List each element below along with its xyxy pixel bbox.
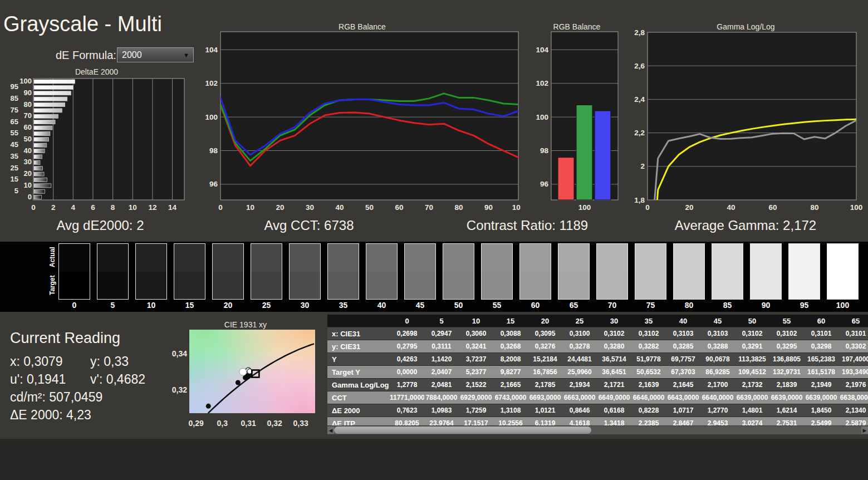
strip-actual-label: Actual — [48, 243, 57, 271]
swatch-30 — [289, 243, 321, 300]
swatch-actual — [290, 244, 320, 272]
table-cell: 6,1319 — [528, 417, 562, 426]
table-cell: 6640,0000 — [700, 391, 735, 404]
de-formula-dropdown[interactable]: 2000 ▼ — [117, 47, 194, 62]
svg-text:0,34: 0,34 — [172, 349, 187, 358]
table-cell: 197,4000 — [838, 353, 868, 366]
table-cell: 6929,0000 — [459, 391, 493, 404]
table-cell: 2,1949 — [804, 379, 838, 391]
reading-y: y: 0,33 — [90, 354, 129, 369]
table-row-label: ΔE 2000 — [327, 404, 390, 417]
swatch-25 — [251, 243, 282, 300]
reading-v-prime: v': 0,4682 — [90, 372, 145, 387]
table-cell: 0,4263 — [390, 353, 424, 366]
table-col-header: 25 — [562, 315, 597, 327]
table-cell: 2,1785 — [528, 379, 562, 391]
table-cell: 0,3101 — [838, 327, 868, 340]
table-cell: 1,2778 — [390, 379, 424, 391]
strip-target-label: Target — [48, 271, 57, 299]
swatch-target — [59, 272, 90, 300]
svg-text:96: 96 — [209, 180, 218, 188]
svg-text:0: 0 — [218, 203, 223, 212]
swatch-55 — [481, 243, 513, 300]
svg-text:30: 30 — [306, 203, 314, 212]
swatch-actual — [751, 244, 781, 272]
svg-text:1,8: 1,8 — [634, 196, 645, 204]
table-col-header: 35 — [631, 315, 666, 327]
swatch-level-label: 10 — [135, 301, 167, 310]
swatch-actual — [251, 244, 282, 272]
table-cell: 6639,0000 — [769, 391, 804, 404]
table-cell: 0,3102 — [735, 327, 769, 340]
table-cell: 1,6214 — [769, 404, 804, 417]
table-cell: 0,3288 — [700, 340, 735, 353]
table-cell: 5,2377 — [459, 366, 493, 379]
table-cell: 6743,0000 — [493, 391, 528, 404]
svg-text:100: 100 — [19, 77, 32, 85]
svg-text:95: 95 — [11, 82, 18, 91]
svg-text:15: 15 — [11, 175, 18, 183]
table-cell: 2,8467 — [666, 417, 700, 426]
table-cell: 0,3088 — [493, 327, 528, 340]
svg-text:75: 75 — [11, 106, 18, 114]
swatch-target — [827, 272, 858, 300]
swatch-80 — [673, 243, 705, 300]
svg-text:0,32: 0,32 — [172, 385, 187, 394]
table-cell: 0,3268 — [493, 340, 528, 353]
swatch-level-label: 35 — [327, 301, 359, 310]
swatch-0 — [58, 243, 90, 300]
table-cell: 67,3703 — [666, 366, 700, 379]
table-cell: 36,5714 — [597, 353, 631, 366]
scroll-left-icon[interactable]: ◀ — [327, 427, 334, 434]
svg-text:80: 80 — [24, 100, 32, 109]
svg-text:102: 102 — [536, 79, 548, 87]
table-col-header: 60 — [804, 315, 838, 327]
table-cell: 2,1522 — [459, 379, 493, 391]
table-cell: 90,0678 — [700, 353, 735, 366]
svg-text:100: 100 — [850, 203, 863, 212]
swatch-actual — [97, 244, 128, 272]
table-cell: 2,0481 — [424, 379, 459, 391]
table-cell: 1,3108 — [493, 404, 528, 417]
table-cell: 0,3111 — [424, 340, 459, 353]
swatch-target — [213, 272, 243, 300]
swatch-target — [674, 272, 704, 300]
svg-text:2: 2 — [640, 162, 645, 170]
swatch-actual — [174, 244, 205, 272]
table-cell: 10,2556 — [493, 417, 528, 426]
swatch-15 — [174, 243, 205, 300]
table-cell: 136,8805 — [769, 353, 804, 366]
table-cell: 0,3103 — [700, 327, 735, 340]
svg-text:2: 2 — [51, 203, 56, 212]
reading-u-prime: u': 0,1941 — [10, 372, 66, 387]
swatch-level-label: 100 — [827, 301, 859, 310]
table-cell: 15,2184 — [528, 353, 562, 366]
table-cell: 0,3282 — [631, 340, 666, 353]
swatch-target — [405, 272, 435, 300]
table-cell: 0,2795 — [390, 340, 424, 353]
swatch-20 — [212, 243, 244, 300]
table-cell: 193,3490 — [838, 366, 868, 379]
table-row-label: Gamma Log/Log — [327, 379, 390, 391]
scrollbar-thumb[interactable] — [334, 427, 591, 434]
svg-text:30: 30 — [24, 158, 32, 166]
table-cell: 7884,0000 — [424, 391, 459, 404]
table-cell: 0,3095 — [528, 327, 562, 340]
cie-1931-chart: 0,340,320,290,30,310,320,33 — [167, 327, 317, 433]
scroll-right-icon[interactable]: ▶ — [861, 427, 868, 434]
svg-text:0: 0 — [645, 203, 650, 212]
swatch-45 — [404, 243, 436, 300]
svg-text:55: 55 — [11, 129, 18, 137]
swatch-level-label: 5 — [97, 301, 129, 310]
table-cell: 6639,0000 — [804, 391, 838, 404]
svg-text:0: 0 — [28, 193, 32, 201]
svg-text:90: 90 — [484, 203, 493, 212]
svg-text:14: 14 — [168, 203, 177, 212]
table-col-header: 0 — [390, 315, 424, 327]
table-scrollbar[interactable]: ◀ ▶ — [327, 426, 868, 434]
gamma-chart: 2,82,62,42,221,8020406080100 — [626, 28, 868, 214]
swatch-60 — [519, 243, 551, 300]
swatch-10 — [135, 243, 167, 300]
swatch-actual — [443, 244, 474, 272]
svg-text:50: 50 — [365, 203, 374, 212]
